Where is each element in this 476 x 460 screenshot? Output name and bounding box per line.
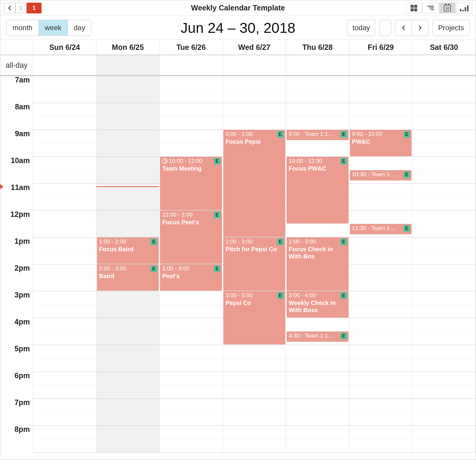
event-time: 4:30 - Team 1:1… (289, 332, 346, 339)
event-time: 12:00 - 2:00 (162, 211, 220, 218)
list-icon (427, 6, 434, 10)
day-button[interactable]: day (68, 20, 91, 36)
chart-view-button[interactable] (456, 3, 472, 13)
day-header: Tue 6/26 (159, 40, 223, 55)
back-button[interactable] (4, 3, 15, 13)
now-indicator-line (96, 186, 159, 187)
projects-button[interactable]: Projects (432, 20, 470, 36)
next-week-button[interactable] (412, 20, 429, 36)
calendar-event[interactable]: 9:00 - 10:00PW&CE (350, 130, 412, 156)
event-title: Team Meeting (162, 165, 220, 172)
notifications-badge[interactable]: 1 (27, 3, 42, 13)
event-type-badge: E (214, 158, 220, 165)
event-type-badge: E (340, 131, 347, 138)
allday-fri[interactable] (349, 55, 413, 75)
calendar-event[interactable]: 10:00 - 12:00Team MeetingE (160, 157, 222, 210)
now-indicator-marker (0, 184, 3, 189)
month-button[interactable]: month (7, 20, 39, 36)
day-header: Wed 6/27 (223, 40, 286, 55)
calendar-event[interactable]: 3:00 - 4:00Weekly Check in With BossE (287, 291, 348, 318)
hour-label: 1pm (0, 237, 33, 264)
allday-sun[interactable] (33, 55, 96, 75)
hour-label: 4pm (0, 318, 33, 345)
calendar-event[interactable]: 1:00 - 2:00Focus BairdE (97, 237, 159, 264)
chevron-left-icon (401, 25, 406, 31)
event-title: Focus PW&C (289, 165, 346, 172)
week-button[interactable]: week (39, 20, 68, 36)
event-type-badge: E (340, 239, 347, 245)
event-type-badge: E (277, 292, 284, 299)
event-time: 10:00 - 12:00 (162, 158, 220, 164)
time-labels-column: 7am8am9am10am11am12pm1pm2pm3pm4pm5pm6pm7… (0, 76, 33, 453)
list-view-button[interactable] (423, 3, 439, 13)
hour-label: 3pm (0, 291, 33, 318)
grid-view-button[interactable] (406, 3, 422, 13)
allday-sat[interactable] (412, 55, 476, 75)
calendar-event[interactable]: 4:30 - Team 1:1…E (287, 332, 348, 342)
empty-square-button[interactable] (379, 20, 391, 36)
event-type-badge: E (214, 266, 220, 272)
today-button[interactable]: today (347, 20, 376, 36)
allday-thu[interactable] (286, 55, 349, 75)
bar-chart-icon (460, 5, 469, 11)
calendar-event[interactable]: 1:00 - 3:00Pitch for Pepsi CoE (223, 237, 285, 291)
event-title: Pepsi Co (225, 299, 283, 306)
range-segmented-control: month week day (6, 20, 91, 36)
event-title: Baird (99, 272, 157, 280)
hour-label: 12pm (0, 211, 33, 237)
calendar-event[interactable]: 3:00 - 5:00Pepsi CoE (223, 291, 285, 344)
grid-icon (411, 5, 417, 11)
calendar-event[interactable]: 12:00 - 2:00Focus Peet'sE (160, 211, 222, 264)
event-type-badge: E (277, 131, 284, 138)
event-title: Pitch for Pepsi Co (225, 246, 283, 253)
col-sun[interactable] (33, 76, 96, 453)
event-time: 2:00 - 3:00 (99, 265, 157, 272)
calendar-event[interactable]: 2:00 - 3:00Peet'sE (160, 264, 222, 291)
allday-wed[interactable] (223, 55, 286, 75)
hour-label: 6pm (0, 372, 33, 399)
chevron-right-icon (19, 5, 23, 11)
calendar-event[interactable]: 12:30 - Team 1:…E (350, 224, 412, 234)
forward-button (15, 3, 27, 13)
event-time: 1:00 - 3:00 (289, 238, 346, 245)
event-type-badge: E (277, 239, 284, 245)
calendar-event[interactable]: 2:00 - 3:00BairdE (97, 264, 159, 291)
all-day-row: all-day (0, 55, 476, 76)
calendar-view-button[interactable]: 12 (439, 3, 455, 13)
event-type-badge: E (151, 266, 157, 272)
calendar-event[interactable]: 10:00 - 12:30Focus PW&CE (287, 157, 348, 223)
day-header: Thu 6/28 (286, 40, 349, 55)
col-sat[interactable] (412, 76, 476, 453)
col-fri[interactable]: 9:00 - 10:00PW&CE10:30 - Team 1:…E12:30 … (349, 76, 413, 453)
event-time: 3:00 - 4:00 (289, 292, 346, 299)
all-day-label: all-day (0, 55, 33, 75)
calendar-event[interactable]: 10:30 - Team 1:…E (350, 170, 412, 180)
time-grid: 7am8am9am10am11am12pm1pm2pm3pm4pm5pm6pm7… (0, 76, 476, 453)
allday-tue[interactable] (159, 55, 223, 75)
calendar-event[interactable]: 9:00 - 1:00Focus PepsiE (223, 130, 285, 237)
event-title: Focus Peet's (162, 219, 220, 226)
prev-week-button[interactable] (395, 20, 412, 36)
day-columns: 1:00 - 2:00Focus BairdE2:00 - 3:00BairdE… (33, 76, 476, 453)
event-type-badge: E (151, 239, 157, 245)
hour-label: 5pm (0, 345, 33, 372)
event-time: 2:00 - 3:00 (162, 265, 220, 272)
col-tue[interactable]: 10:00 - 12:00Team MeetingE12:00 - 2:00Fo… (159, 76, 223, 453)
allday-mon[interactable] (96, 55, 160, 75)
event-type-badge: E (403, 171, 410, 178)
hour-label: 8am (0, 103, 33, 130)
calendar-event[interactable]: 1:00 - 3:00Focus Check in With BosE (287, 237, 348, 291)
event-type-badge: E (340, 158, 347, 165)
calendar-event[interactable]: 9:00 - Team 1:1…E (287, 130, 348, 140)
col-thu[interactable]: 9:00 - Team 1:1…E10:00 - 12:30Focus PW&C… (286, 76, 349, 453)
event-title: PW&C (352, 138, 410, 145)
day-header: Sun 6/24 (33, 40, 96, 55)
hour-label: 11am (0, 184, 33, 211)
event-title: Weekly Check in With Boss (289, 299, 346, 314)
col-wed[interactable]: 9:00 - 1:00Focus PepsiE1:00 - 3:00Pitch … (223, 76, 286, 453)
top-toolbar: 1 Weekly Calendar Template 12 (0, 0, 476, 16)
col-mon[interactable]: 1:00 - 2:00Focus BairdE2:00 - 3:00BairdE (96, 76, 160, 453)
window-title: Weekly Calendar Template (0, 4, 476, 12)
event-time: 1:00 - 2:00 (99, 238, 157, 245)
event-type-badge: E (403, 131, 410, 138)
